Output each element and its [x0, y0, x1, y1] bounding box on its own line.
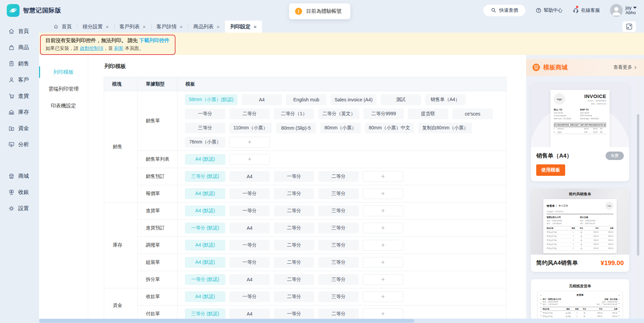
- template-chip[interactable]: 二等分: [229, 108, 270, 119]
- template-chip[interactable]: 三等分: [185, 123, 225, 133]
- default-template-chip[interactable]: 三等分 (默認): [185, 309, 225, 319]
- user-menu[interactable]: joy Abho: [610, 4, 637, 17]
- template-chip[interactable]: 复制自80mm（小票）: [418, 123, 473, 133]
- default-template-chip[interactable]: A4 (默認): [185, 240, 225, 251]
- template-chip[interactable]: 一等分: [185, 108, 225, 119]
- template-chip[interactable]: 一等分: [229, 240, 270, 251]
- close-icon[interactable]: ×: [143, 24, 146, 29]
- template-chip[interactable]: 110mm（小票）: [229, 123, 272, 133]
- default-template-chip[interactable]: A4 (默認): [185, 257, 225, 268]
- close-icon[interactable]: ×: [106, 24, 109, 29]
- template-chip[interactable]: 一等分: [229, 291, 270, 302]
- template-chip[interactable]: 二等分9999: [363, 108, 404, 119]
- default-template-chip[interactable]: 一等分 (默認): [185, 223, 225, 233]
- default-template-chip[interactable]: A4 (默認): [185, 291, 225, 302]
- sidebar-item-設置[interactable]: 設置: [0, 200, 39, 217]
- template-chip[interactable]: 二等分: [274, 291, 314, 302]
- template-chip[interactable]: 二等分: [274, 257, 314, 268]
- close-icon[interactable]: ×: [217, 24, 220, 29]
- template-card-sales-a4[interactable]: logo INVOICE Invoice：XD45678901 Date：202…: [531, 83, 629, 181]
- tab-積分設置[interactable]: 積分設置×: [77, 21, 114, 33]
- add-template-button[interactable]: +: [229, 137, 270, 148]
- template-chip[interactable]: 76mm（小票）: [185, 137, 225, 148]
- tab-首頁[interactable]: 首頁: [48, 21, 77, 33]
- template-chip[interactable]: 提货联: [408, 108, 448, 119]
- template-chip[interactable]: 一等分: [274, 171, 314, 182]
- quick-quote-button[interactable]: 快速查價: [483, 5, 525, 16]
- add-template-button[interactable]: +: [363, 309, 403, 319]
- add-template-button[interactable]: +: [363, 257, 403, 268]
- template-chip[interactable]: ce'sces: [452, 108, 493, 119]
- template-card-no-frame-delivery[interactable]: 无框线发货单 发货单 用户：智慧记星火公司店铺：星火店铺电话：136823239…: [531, 279, 629, 323]
- tab-商品列表[interactable]: 商品列表×: [188, 21, 225, 33]
- template-chip[interactable]: 二等分: [274, 274, 314, 285]
- template-chip[interactable]: 三等分: [318, 223, 359, 233]
- template-chip[interactable]: 80mm（小票）: [320, 123, 361, 133]
- sidebar-item-商品[interactable]: 商品: [0, 39, 39, 56]
- template-chip[interactable]: A4: [229, 223, 270, 233]
- subnav-item-列印模板[interactable]: 列印模板: [39, 64, 88, 80]
- add-template-button[interactable]: +: [363, 291, 403, 302]
- template-chip[interactable]: 三等分: [318, 240, 359, 251]
- template-chip[interactable]: 三等分: [318, 205, 359, 216]
- template-chip[interactable]: 二等分（1）: [274, 108, 314, 119]
- add-template-button[interactable]: +: [363, 274, 403, 285]
- default-template-chip[interactable]: 一等分 (默認): [185, 274, 225, 285]
- template-chip[interactable]: English mub: [286, 94, 326, 105]
- template-chip[interactable]: 三等分: [318, 274, 359, 285]
- add-template-button[interactable]: +: [363, 205, 403, 216]
- template-card-simple-a4[interactable]: 简约风销售单 销售单 星火店铺 logo 单据编号：000000001: [531, 189, 629, 272]
- template-chip[interactable]: A4: [229, 309, 270, 319]
- template-chip[interactable]: 一等分: [229, 188, 270, 199]
- template-chip[interactable]: 销售单（A4）: [425, 94, 465, 105]
- tab-客戶詳情[interactable]: 客戶詳情×: [151, 21, 188, 33]
- default-template-chip[interactable]: 三等分 (默認): [185, 171, 225, 182]
- template-chip[interactable]: 二等分: [318, 171, 359, 182]
- expand-tabs-button[interactable]: [622, 21, 636, 32]
- use-template-button[interactable]: 使用模板: [536, 164, 565, 176]
- template-chip[interactable]: 二等分: [274, 240, 314, 251]
- horizontal-scrollbar-thumb[interactable]: [39, 319, 414, 323]
- template-chip[interactable]: 三等分: [318, 188, 359, 199]
- add-template-button[interactable]: +: [363, 188, 403, 199]
- market-scrollbar[interactable]: [637, 77, 639, 323]
- sidebar-item-商城[interactable]: 商城: [0, 168, 39, 184]
- default-template-chip[interactable]: A4 (默認): [185, 205, 225, 216]
- template-chip[interactable]: 二等分: [274, 205, 314, 216]
- default-template-chip[interactable]: A4 (默認): [185, 188, 225, 199]
- default-template-chip[interactable]: 58mm（小票）(默認): [185, 94, 237, 105]
- subnav-item-印表機設定[interactable]: 印表機設定: [39, 97, 88, 114]
- sidebar-item-首頁[interactable]: 首頁: [0, 23, 39, 39]
- template-chip[interactable]: 三等分: [318, 257, 359, 268]
- template-chip[interactable]: 二等分: [274, 223, 314, 233]
- sidebar-item-收銀[interactable]: 收銀: [0, 184, 39, 200]
- template-chip[interactable]: 二等分（英文）: [318, 108, 359, 119]
- warning-link[interactable]: 下載列印控件: [139, 37, 169, 43]
- template-chip[interactable]: 測試: [381, 94, 421, 105]
- warning-link[interactable]: 啟動控制項: [80, 45, 103, 51]
- add-template-button[interactable]: +: [363, 171, 403, 182]
- template-chip[interactable]: 三等分: [318, 291, 359, 302]
- tab-列印設定[interactable]: 列印設定×: [225, 21, 262, 33]
- template-chip[interactable]: 二等分: [274, 188, 314, 199]
- template-chip[interactable]: 一等分: [229, 257, 270, 268]
- template-chip[interactable]: 80mm（小票）中文: [365, 123, 414, 133]
- sidebar-item-庫存[interactable]: 庫存: [0, 104, 39, 120]
- see-more-link[interactable]: 查看更多: [613, 64, 637, 70]
- default-template-chip[interactable]: A4 (默認): [185, 154, 225, 165]
- template-chip[interactable]: A4: [229, 171, 270, 182]
- add-template-button[interactable]: +: [363, 240, 403, 251]
- template-chip[interactable]: 一等分: [229, 205, 270, 216]
- template-chip[interactable]: 二等分: [318, 309, 359, 319]
- template-chip[interactable]: 80mm (Slip)-5: [276, 123, 316, 133]
- close-icon[interactable]: ×: [180, 24, 183, 29]
- subnav-item-雲端列印管理[interactable]: 雲端列印管理: [39, 80, 88, 97]
- close-icon[interactable]: ×: [254, 24, 257, 29]
- add-template-button[interactable]: +: [229, 154, 270, 165]
- template-chip[interactable]: A4: [229, 274, 270, 285]
- sidebar-item-銷售[interactable]: 銷售: [0, 56, 39, 72]
- template-chip[interactable]: Sales invoice (A4): [330, 94, 377, 105]
- horizontal-scrollbar[interactable]: [39, 319, 644, 323]
- sidebar-item-分析[interactable]: 分析: [0, 136, 39, 153]
- online-service-button[interactable]: 在線客服: [573, 7, 600, 13]
